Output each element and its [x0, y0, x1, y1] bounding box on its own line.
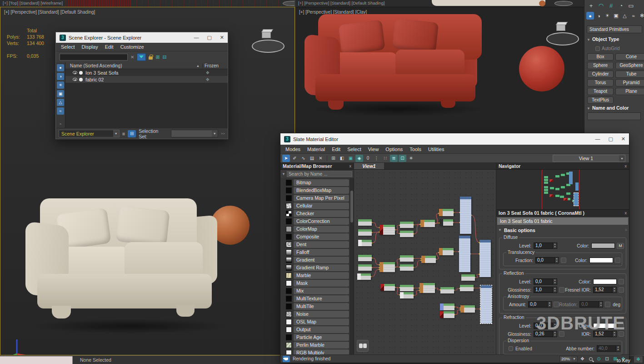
- node-g8[interactable]: [358, 264, 372, 271]
- slate-menu-view[interactable]: View: [368, 147, 379, 152]
- node-g16[interactable]: [460, 305, 475, 313]
- material-id-channel-icon[interactable]: ≣: [390, 155, 398, 162]
- explorer-preset-dropdown[interactable]: Scene Explorer ▼: [59, 130, 120, 137]
- view-selector-dropdown[interactable]: View 1▼: [553, 155, 625, 162]
- node-o1[interactable]: [420, 220, 435, 227]
- select-tool-icon[interactable]: ➤: [282, 155, 290, 162]
- sort-ascending-icon[interactable]: ▲: [196, 64, 200, 67]
- node-m1[interactable]: [460, 197, 471, 234]
- browser-header[interactable]: Material/Map Browser x: [280, 163, 354, 170]
- fraction-map-slot[interactable]: [561, 258, 566, 263]
- diffuse-level-spinner[interactable]: 1,0▲▼: [534, 243, 557, 249]
- node-g11[interactable]: [400, 264, 414, 271]
- map-item-rgb-multiply[interactable]: RGB Multiply: [286, 349, 354, 354]
- node-g17[interactable]: [461, 274, 475, 281]
- se-menu-edit[interactable]: Edit: [105, 44, 114, 50]
- slate-menu-select[interactable]: Select: [347, 147, 361, 152]
- node-m4[interactable]: [480, 285, 492, 324]
- tab-hierarchy-icon[interactable]: #: [607, 1, 615, 10]
- primitive-button-teapot[interactable]: Teapot: [587, 88, 614, 95]
- slate-titlebar[interactable]: 3 Slate Material Editor — ▢ ✕: [280, 133, 629, 145]
- fresnel-ior-spinner[interactable]: 1,52▲▼: [593, 287, 617, 293]
- hierarchy-mode-button[interactable]: ⊞: [128, 130, 136, 137]
- visibility-eye-icon[interactable]: [73, 71, 77, 74]
- viewport-top-wireframe[interactable]: [+] [Top] [Standard] [Wireframe]: [0, 0, 295, 7]
- filter-geometry-icon[interactable]: ◑: [57, 73, 64, 80]
- node-g5[interactable]: [400, 231, 414, 237]
- node-g7[interactable]: [358, 255, 372, 261]
- visibility-eye-icon[interactable]: [73, 78, 77, 81]
- map-item-bitmap[interactable]: Bitmap: [286, 179, 354, 187]
- node-graph-canvas[interactable]: [354, 170, 496, 354]
- autogrid-checkbox[interactable]: [595, 46, 600, 51]
- glossiness-spinner[interactable]: 1,0▲▼: [534, 287, 557, 293]
- reflection-color-swatch[interactable]: [593, 279, 617, 284]
- rotation-spinner[interactable]: 0,0▲▼: [579, 301, 603, 308]
- footer-overflow-chevron[interactable]: >>: [221, 131, 225, 136]
- material-parameters-header[interactable]: Ion 3 Seat Sofa 01 fabric ( CoronaMtl ) …: [496, 210, 629, 217]
- node-o3[interactable]: [421, 256, 436, 263]
- browser-close-icon[interactable]: x: [349, 164, 352, 168]
- delete-selected-icon[interactable]: ✕: [317, 155, 324, 162]
- show-background-icon[interactable]: ◈: [355, 155, 363, 162]
- node-r1[interactable]: [380, 284, 395, 291]
- map-item-multitile[interactable]: MultiTile: [286, 303, 354, 310]
- sofa-model-red[interactable]: [305, 14, 491, 116]
- node-g12[interactable]: [400, 285, 414, 291]
- node-g1[interactable]: [358, 219, 372, 226]
- scene-object-row[interactable]: Ion 3 Seat Sofa✥: [65, 69, 228, 76]
- filter-objects-icon[interactable]: ●: [57, 64, 64, 71]
- move-children-icon[interactable]: ⊞: [329, 155, 337, 162]
- sofa-model-beige[interactable]: [25, 197, 235, 334]
- clear-search-icon[interactable]: ✕: [130, 55, 134, 60]
- frozen-toggle-icon[interactable]: ✥: [202, 77, 228, 82]
- node-g3[interactable]: [358, 240, 372, 246]
- map-item-camera-map-per-pixel[interactable]: Camera Map Per Pixel: [286, 194, 354, 202]
- put-to-library-icon[interactable]: ▤: [308, 155, 316, 162]
- map-item-perlin-marble[interactable]: Perlin Marble: [286, 341, 354, 349]
- map-item-noise[interactable]: Noise: [286, 310, 354, 318]
- view-selector-arrow[interactable]: ▼: [619, 155, 625, 162]
- maxscript-mini-listener[interactable]: [0, 356, 73, 364]
- filter-cameras-icon[interactable]: ▣: [57, 90, 64, 97]
- layers-stack-icon[interactable]: ≡: [122, 131, 125, 136]
- node-mix1[interactable]: [379, 225, 395, 235]
- viewport-label-top-right[interactable]: [+] [Perspective] [Standard] [Default Sh…: [298, 0, 384, 5]
- se-menu-display[interactable]: Display: [82, 44, 98, 50]
- node-mix2[interactable]: [379, 262, 395, 272]
- slate-maximize-button[interactable]: ▢: [608, 136, 613, 142]
- map-item-composite[interactable]: Composite: [286, 233, 354, 241]
- node-r2[interactable]: [440, 311, 454, 318]
- zoom-tool-icon[interactable]: [587, 355, 594, 362]
- viewport-label-top[interactable]: [+] [Top] [Standard] [Wireframe]: [3, 0, 63, 5]
- scene-explorer-titlebar[interactable]: 3 Scene Explorer - Scene Explorer — ▢ ✕: [56, 32, 228, 43]
- slate-menu-tools[interactable]: Tools: [409, 147, 421, 152]
- navigator-close-icon[interactable]: x: [625, 164, 627, 168]
- filter-lights-icon[interactable]: ☀: [57, 81, 64, 89]
- map-item-osl-map[interactable]: OSL Map: [286, 318, 354, 326]
- layout-children-icon[interactable]: ⋮: [373, 155, 380, 162]
- browser-options-arrow-icon[interactable]: ▼: [282, 172, 285, 176]
- category-shapes[interactable]: ◑: [595, 12, 603, 20]
- diffuse-color-swatch[interactable]: [591, 243, 615, 248]
- pick-material-icon[interactable]: ✐: [291, 155, 299, 162]
- category-helpers[interactable]: △: [621, 12, 629, 20]
- slate-minimize-button[interactable]: —: [595, 136, 600, 142]
- node-g13[interactable]: [400, 292, 414, 298]
- primitive-button-cone[interactable]: Cone: [615, 53, 644, 61]
- node-o2[interactable]: [439, 209, 454, 216]
- render-map-icon[interactable]: ✳: [407, 155, 415, 162]
- canvas-zoom-dropdown[interactable]: 20%▼: [559, 356, 578, 362]
- more-filters-chevron[interactable]: »: [60, 122, 61, 126]
- fraction-spinner[interactable]: 0,0▲▼: [535, 257, 559, 263]
- frozen-toggle-icon[interactable]: ✥: [202, 71, 228, 75]
- list-column-header[interactable]: Name (Sorted Ascending) ▲ Frozen: [65, 62, 228, 69]
- zoom-extents-icon[interactable]: ⊡: [604, 355, 610, 362]
- amount-spinner[interactable]: 0,0▲▼: [528, 301, 552, 308]
- lock-icon[interactable]: [149, 56, 153, 60]
- slate-close-button[interactable]: ✕: [621, 136, 625, 142]
- filter-spacewarps-icon[interactable]: ≈: [57, 107, 64, 115]
- map-item-blendedboxmap[interactable]: BlendedBoxMap: [286, 187, 354, 194]
- node-m2[interactable]: [459, 236, 470, 272]
- layer-view-icon[interactable]: ⊟: [163, 54, 167, 60]
